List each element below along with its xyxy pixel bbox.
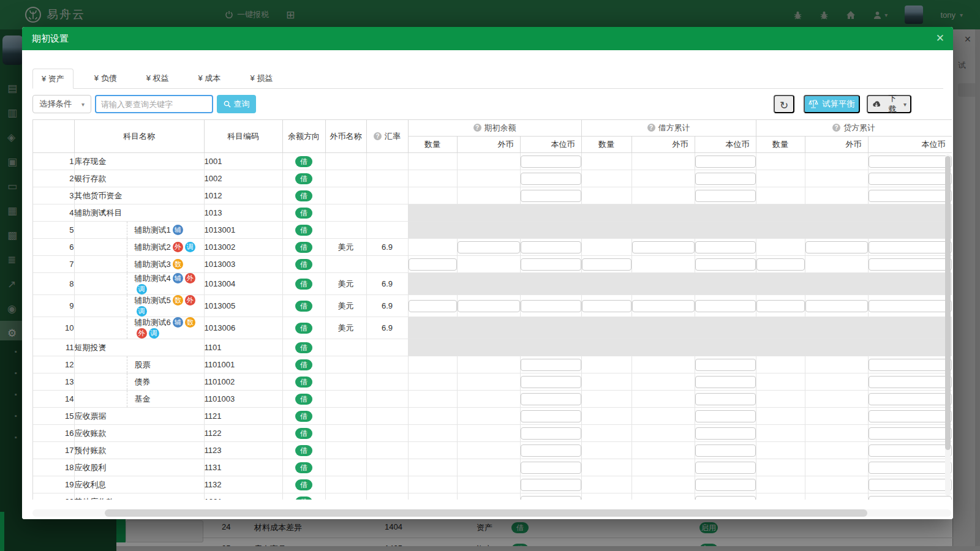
credit-total-base-input[interactable] [869, 427, 952, 440]
credit-total-base-input[interactable] [869, 496, 952, 500]
debit-total-fc-input[interactable] [632, 300, 695, 312]
tab-cost[interactable]: ¥ 成本 [190, 69, 230, 88]
question-icon[interactable]: ? [647, 124, 655, 132]
account-code: 1101 [204, 339, 282, 356]
quantity-badge: 数 [185, 317, 195, 328]
credit-total-fc-input[interactable] [805, 300, 868, 312]
debit-total-base-input[interactable] [695, 496, 756, 500]
opening-balance-base-input[interactable] [521, 462, 581, 474]
credit-total-base-input[interactable] [869, 376, 952, 388]
row-number: 18 [33, 459, 74, 476]
debit-total-base-input[interactable] [695, 190, 756, 202]
credit-total-base-input[interactable] [869, 241, 952, 253]
vertical-scrollbar[interactable] [945, 154, 951, 496]
credit-total-base-input[interactable] [869, 444, 952, 457]
credit-total-qty-input[interactable] [756, 258, 805, 271]
tab-profit-loss[interactable]: ¥ 损益 [241, 69, 281, 88]
opening-balance-base-input[interactable] [521, 444, 581, 457]
credit-total-base-cell [868, 391, 952, 408]
debit-total-base-input[interactable] [695, 173, 756, 185]
opening-balance-base-input[interactable] [521, 393, 581, 405]
question-icon[interactable]: ? [473, 124, 481, 132]
opening-balance-base-cell [520, 373, 581, 391]
trial-balance-button[interactable]: 试算平衡 [804, 95, 860, 113]
opening-balance-base-input[interactable] [521, 479, 581, 491]
debit-total-base-input[interactable] [695, 410, 756, 422]
debit-total-base-input[interactable] [695, 376, 756, 388]
credit-total-base-input[interactable] [869, 173, 952, 185]
debit-total-qty-input[interactable] [582, 300, 631, 312]
credit-total-base-input[interactable] [869, 410, 952, 422]
horizontal-scrollbar[interactable] [32, 509, 951, 517]
credit-total-fc-cell [805, 339, 868, 356]
tab-liabilities[interactable]: ¥ 负债 [86, 69, 126, 88]
search-input[interactable] [95, 95, 213, 113]
search-button[interactable]: 查询 [217, 95, 256, 113]
condition-select[interactable]: 选择条件 ▾ [32, 95, 91, 113]
question-icon[interactable]: ? [832, 124, 840, 132]
debit-total-base-input[interactable] [695, 479, 756, 491]
credit-total-base-input[interactable] [869, 359, 952, 371]
opening-balance-base-input[interactable] [521, 258, 581, 271]
credit-total-base-input[interactable] [869, 258, 952, 271]
debit-total-base-input[interactable] [695, 462, 756, 474]
opening-balance-base-input[interactable] [521, 496, 581, 500]
opening-balance-base-input[interactable] [521, 190, 581, 202]
credit-total-fc-input[interactable] [805, 241, 868, 253]
debit-total-base-input[interactable] [695, 359, 756, 371]
credit-total-base-input[interactable] [869, 300, 952, 312]
debit-total-qty-cell [581, 295, 631, 317]
modal-header: 期初设置 ✕ [22, 27, 953, 50]
credit-total-base-input[interactable] [869, 479, 952, 491]
debit-total-base-input[interactable] [695, 427, 756, 440]
credit-total-base-cell [868, 204, 952, 222]
opening-balance-qty-input[interactable] [409, 258, 457, 271]
debit-total-fc-cell [631, 425, 695, 442]
account-name-cell: 应收账款 [74, 425, 204, 442]
credit-total-base-input[interactable] [869, 190, 952, 202]
opening-balance-fc-input[interactable] [458, 300, 520, 312]
debit-total-base-cell [695, 170, 756, 187]
debit-total-base-input[interactable] [695, 258, 756, 271]
credit-total-base-cell [868, 256, 952, 273]
tab-assets[interactable]: ¥ 资产 [32, 69, 74, 89]
horizontal-scrollbar-thumb[interactable] [105, 509, 867, 517]
debit-total-qty-input[interactable] [582, 258, 631, 271]
collapse-caret-icon[interactable]: ▼ [100, 343, 107, 350]
credit-total-base-input[interactable] [869, 462, 952, 474]
foreign-currency-name: 美元 [325, 295, 366, 317]
debit-total-base-input[interactable] [695, 393, 756, 405]
subcol-header-2-1: 数量 [581, 137, 631, 153]
opening-balance-base-input[interactable] [521, 376, 581, 388]
refresh-button[interactable]: ↻ [774, 95, 794, 113]
opening-balance-base-input[interactable] [521, 359, 581, 371]
opening-balance-base-input[interactable] [521, 300, 581, 312]
tab-equity[interactable]: ¥ 权益 [138, 69, 178, 88]
opening-balance-qty-input[interactable] [409, 300, 457, 312]
opening-balance-fc-input[interactable] [458, 241, 520, 253]
debit-total-base-input[interactable] [695, 300, 756, 312]
debit-total-fc-input[interactable] [632, 241, 695, 253]
account-name: 辅助测试3 [135, 260, 171, 269]
account-name-cell: 辅助测试3数 [74, 256, 204, 273]
exchange-rate [366, 476, 408, 493]
opening-balance-base-input[interactable] [521, 241, 581, 253]
vertical-scrollbar-thumb[interactable] [945, 156, 951, 450]
opening-balance-base-input[interactable] [521, 427, 581, 440]
opening-balance-base-cell [520, 187, 581, 204]
download-button[interactable]: 下载 ▾ [867, 95, 911, 113]
opening-balance-base-input[interactable] [521, 410, 581, 422]
debit-total-base-input[interactable] [695, 241, 756, 253]
debit-total-base-input[interactable] [695, 156, 756, 168]
collapse-caret-icon[interactable]: ▼ [100, 208, 107, 215]
accounts-table-wrap: 科目名称科目编码余额方向外币名称?汇率?期初余额?借方累计?贷方累计数量外币本位… [32, 119, 952, 500]
credit-total-qty-input[interactable] [756, 300, 805, 312]
opening-balance-qty-cell [408, 153, 457, 170]
question-icon[interactable]: ? [374, 132, 382, 140]
credit-total-base-input[interactable] [869, 156, 952, 168]
opening-balance-base-input[interactable] [521, 156, 581, 168]
debit-total-base-input[interactable] [695, 444, 756, 457]
opening-balance-base-input[interactable] [521, 173, 581, 185]
close-icon[interactable]: ✕ [936, 27, 944, 50]
credit-total-base-input[interactable] [869, 393, 952, 405]
